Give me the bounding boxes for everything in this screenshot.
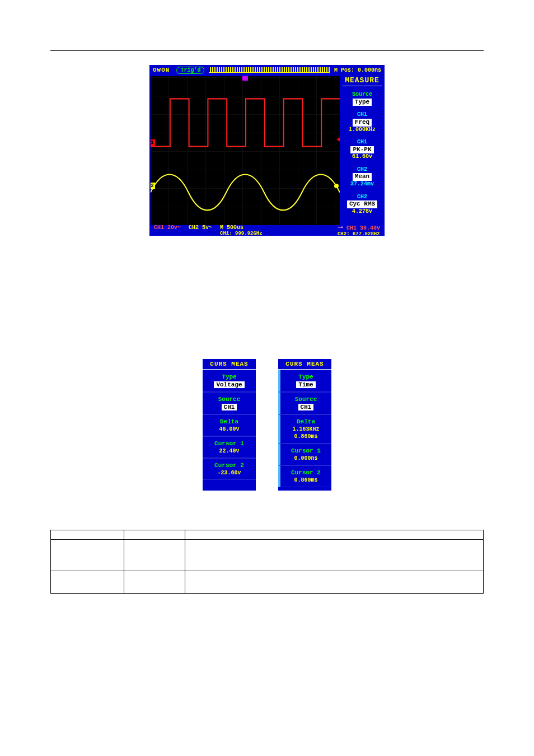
table-row: [51, 540, 484, 571]
measure-box-mean: CH2 Mean 37.24mv: [342, 165, 382, 190]
ch2-ref-icon: [334, 184, 339, 188]
cursor1-row: Cursor 1 0.000ns: [278, 444, 331, 465]
trigger-status: Trig'd: [176, 67, 204, 74]
header-rule: [50, 50, 484, 51]
m-position: M Pos: 0.000ns: [334, 67, 381, 73]
table-cell: [185, 571, 483, 594]
table-cell: [124, 571, 185, 594]
pkpk-button[interactable]: PK-PK: [350, 146, 373, 154]
cursor2-value: -23.60v: [204, 470, 255, 476]
curs-type-row: Type Voltage: [203, 370, 256, 392]
trigger-level-icon: [336, 137, 340, 142]
table-header-cell: [124, 530, 185, 540]
scope-logo: OWON: [153, 67, 170, 73]
table-cell: [124, 540, 185, 571]
scope-top-bar: OWON Trig'd M Pos: 0.000ns: [149, 65, 385, 75]
source-value-button[interactable]: CH1: [222, 404, 237, 410]
table-cell: [51, 571, 124, 594]
pkpk-value: 61.60v: [352, 153, 372, 160]
trigger-readout: CH1 30.40v: [346, 225, 380, 231]
ch2-freq: CH2: 677.028Hz: [338, 231, 380, 237]
curs-source-row: Source CH1: [278, 392, 331, 414]
measure-box-cycrms: CH2 Cyc RMS 4.278v: [342, 192, 382, 217]
type-label: Type: [282, 374, 330, 380]
curs-delta-row: Delta 1.163KHz 0.860ms: [278, 414, 331, 444]
table-row: [51, 530, 484, 540]
type-value-button[interactable]: Voltage: [214, 381, 244, 388]
ch2-marker-icon: 2: [151, 183, 155, 189]
type-label: Type: [204, 374, 255, 380]
type-value-button[interactable]: Time: [296, 381, 315, 388]
cycrms-ch: CH2: [343, 194, 381, 201]
measure-title: MEASURE: [342, 76, 382, 86]
table-header-cell: [51, 530, 124, 540]
oscilloscope-screenshot: OWON Trig'd M Pos: 0.000ns 1 2: [149, 65, 385, 236]
description-table: [50, 530, 484, 594]
mini-waveform-icon: [209, 67, 330, 73]
curs-header: CURS MEAS: [278, 359, 331, 370]
mean-button[interactable]: Mean: [353, 173, 372, 181]
cursor2-label: Cursor 2: [282, 469, 330, 476]
table-row: [51, 571, 484, 594]
grid-dots: [151, 76, 340, 225]
table-header-cell: [185, 530, 483, 540]
ch1-freq: CH1: 999.92GHz: [220, 231, 263, 236]
measure-box-pkpk: CH1 PK-PK 61.60v: [342, 137, 382, 162]
freq-button[interactable]: Freq: [353, 119, 372, 127]
measure-sidebar: MEASURE Source Type CH1 Freq 1.000KHz CH…: [340, 75, 385, 226]
source-value-button[interactable]: CH1: [298, 404, 314, 410]
curs-type-row: Type Time: [278, 370, 331, 392]
curs-delta-row: Delta 46.00v: [203, 414, 256, 436]
trigger-position-icon: [242, 76, 248, 81]
cursor1-label: Cursor 1: [282, 447, 330, 454]
measure-box-source: Source Type: [342, 90, 382, 108]
curs-source-row: Source CH1: [203, 392, 256, 414]
source-label: Source: [204, 396, 255, 403]
pkpk-ch: CH1: [343, 139, 381, 146]
delta-label: Delta: [282, 418, 330, 425]
source-label: Source: [282, 396, 330, 403]
timebase: M 500us: [220, 225, 243, 231]
ch2-vdiv: CH2 5v~: [189, 225, 212, 231]
cursor1-label: Cursor 1: [204, 440, 255, 447]
cursor-panel-voltage: CURS MEAS Type Voltage Source CH1 Delta …: [203, 359, 256, 491]
freq-ch: CH1: [343, 111, 381, 119]
cursor1-value: 22.40v: [204, 448, 255, 454]
cursor1-row: Cursor 1 22.40v: [203, 436, 256, 458]
table-cell: [185, 540, 483, 571]
waveform-svg: [151, 76, 340, 225]
type-button[interactable]: Type: [353, 99, 372, 106]
cycrms-value: 4.278v: [352, 208, 372, 214]
delta-value-1: 1.163KHz: [282, 426, 330, 432]
cycrms-button[interactable]: Cyc RMS: [347, 200, 377, 208]
delta-value-2: 0.860ms: [282, 433, 330, 440]
cursor2-row: Cursor 2 -23.60v: [203, 458, 256, 480]
freq-value: 1.000KHz: [349, 127, 376, 133]
mean-ch: CH2: [343, 166, 381, 174]
table-cell: [51, 540, 124, 571]
mean-value: 37.24mv: [350, 181, 374, 187]
measure-box-freq: CH1 Freq 1.000KHz: [342, 110, 382, 135]
source-label: Source: [343, 91, 381, 99]
delta-label: Delta: [204, 418, 255, 425]
scope-grid: 1 2: [151, 76, 340, 225]
cursor2-row: Cursor 2 0.860ms: [278, 465, 331, 487]
delta-value: 46.00v: [204, 426, 255, 432]
ch1-marker-icon: 1: [151, 139, 155, 146]
curs-header: CURS MEAS: [203, 359, 256, 370]
cursor2-value: 0.860ms: [282, 477, 330, 483]
cursor1-value: 0.000ns: [282, 455, 330, 461]
scope-status-bar: CH1 20v~ CH2 5v~ M 500us CH1: 999.92GHz …: [151, 225, 383, 235]
cursor-panel-time: CURS MEAS Type Time Source CH1 Delta 1.1…: [278, 359, 331, 491]
ch1-vdiv: CH1 20v~: [154, 225, 181, 231]
cursor2-label: Cursor 2: [204, 462, 255, 469]
